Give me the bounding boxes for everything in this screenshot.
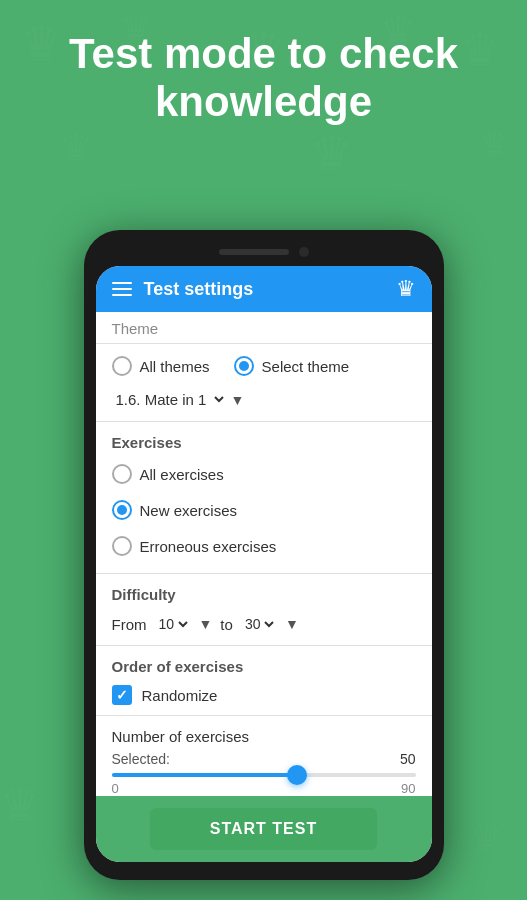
svg-text:♛: ♛ [310, 127, 353, 180]
number-exercises-label: Number of exercises [112, 728, 416, 745]
hero-title-line2: knowledge [155, 78, 372, 125]
difficulty-row: From 10 15 20 25 ▼ to 30 35 40 ▼ [96, 607, 432, 641]
svg-text:♛: ♛ [480, 126, 509, 162]
theme-divider [96, 343, 432, 344]
phone-camera [299, 247, 309, 257]
svg-text:♛: ♛ [470, 817, 502, 858]
phone-screen: Test settings ♛ Theme All themes Selec [96, 266, 432, 862]
slider-range-labels: 0 90 [112, 781, 416, 796]
all-exercises-label: All exercises [140, 466, 224, 483]
selected-value: 50 [400, 751, 416, 767]
all-themes-radio[interactable] [112, 356, 132, 376]
svg-text:♛: ♛ [60, 127, 92, 168]
erroneous-exercises-option[interactable]: Erroneous exercises [112, 531, 416, 561]
randomize-row[interactable]: ✓ Randomize [96, 679, 432, 711]
new-exercises-label: New exercises [140, 502, 238, 519]
exercises-options: All exercises New exercises Erroneous ex… [96, 455, 432, 569]
order-divider [96, 645, 432, 646]
exercises-slider-container [112, 773, 416, 777]
erroneous-exercises-label: Erroneous exercises [140, 538, 277, 555]
number-divider [96, 715, 432, 716]
order-section-label: Order of exercises [96, 650, 432, 679]
app-bar-title: Test settings [144, 279, 254, 300]
select-theme-option[interactable]: Select theme [234, 356, 350, 376]
select-theme-label: Select theme [262, 358, 350, 375]
phone-notch [96, 242, 432, 262]
difficulty-divider [96, 573, 432, 574]
slider-max-label: 90 [401, 781, 415, 796]
selected-row: Selected: 50 [112, 751, 416, 767]
difficulty-from-select[interactable]: 10 15 20 25 [155, 615, 191, 633]
from-dropdown-arrow: ▼ [199, 616, 213, 632]
all-exercises-radio[interactable] [112, 464, 132, 484]
select-theme-radio[interactable] [234, 356, 254, 376]
new-exercises-radio-inner [117, 505, 127, 515]
number-exercises-section: Number of exercises Selected: 50 0 90 [96, 720, 432, 796]
start-test-bar: START TEST [96, 796, 432, 862]
exercises-divider [96, 421, 432, 422]
dropdown-arrow-icon: ▼ [231, 392, 245, 408]
to-dropdown-arrow: ▼ [285, 616, 299, 632]
selected-label: Selected: [112, 751, 170, 767]
app-bar: Test settings ♛ [96, 266, 432, 312]
theme-dropdown-row: 1.6. Mate in 1 1.7. Mate in 2 1.8. Mate … [96, 384, 432, 417]
theme-dropdown[interactable]: 1.6. Mate in 1 1.7. Mate in 2 1.8. Mate … [112, 390, 227, 409]
exercises-section-label: Exercises [96, 426, 432, 455]
all-exercises-option[interactable]: All exercises [112, 459, 416, 489]
phone-frame: Test settings ♛ Theme All themes Selec [84, 230, 444, 880]
slider-fill [112, 773, 297, 777]
difficulty-to-select[interactable]: 30 35 40 [241, 615, 277, 633]
new-exercises-radio[interactable] [112, 500, 132, 520]
hero-title-line1: Test mode to check [69, 30, 458, 77]
all-themes-option[interactable]: All themes [112, 356, 210, 376]
checkbox-check-icon: ✓ [116, 687, 128, 703]
all-themes-label: All themes [140, 358, 210, 375]
select-theme-radio-inner [239, 361, 249, 371]
slider-track [112, 773, 416, 777]
svg-text:♛: ♛ [0, 780, 39, 829]
theme-section-label: Theme [96, 312, 432, 339]
new-exercises-option[interactable]: New exercises [112, 495, 416, 525]
slider-min-label: 0 [112, 781, 119, 796]
slider-thumb[interactable] [287, 765, 307, 785]
app-bar-left: Test settings [112, 279, 254, 300]
menu-icon[interactable] [112, 282, 132, 296]
start-test-button[interactable]: START TEST [150, 808, 377, 850]
app-logo-icon: ♛ [396, 276, 416, 302]
randomize-label: Randomize [142, 687, 218, 704]
phone-speaker [219, 249, 289, 255]
settings-scroll-content[interactable]: Theme All themes Select theme 1.6. Mat [96, 312, 432, 796]
difficulty-section-label: Difficulty [96, 578, 432, 607]
to-label: to [220, 616, 233, 633]
hero-section: Test mode to check knowledge [0, 30, 527, 127]
randomize-checkbox[interactable]: ✓ [112, 685, 132, 705]
theme-options-row: All themes Select theme [96, 348, 432, 384]
from-label: From [112, 616, 147, 633]
erroneous-exercises-radio[interactable] [112, 536, 132, 556]
